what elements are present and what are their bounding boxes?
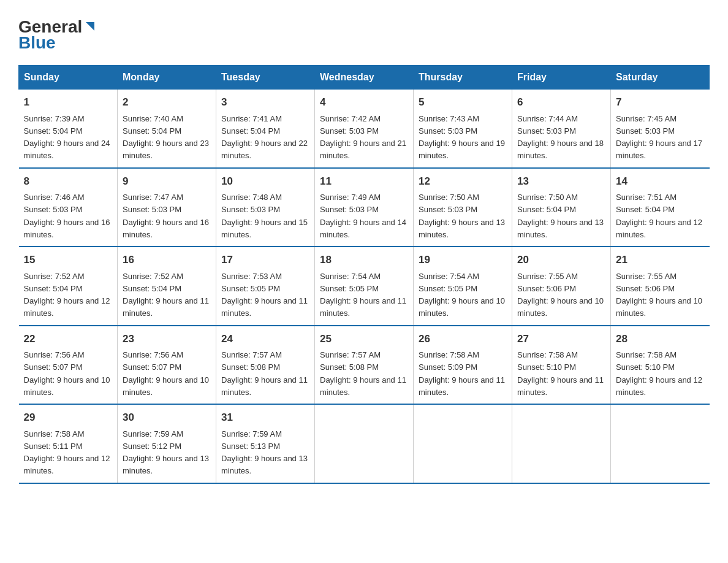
calendar-cell: 9 Sunrise: 7:47 AMSunset: 5:03 PMDayligh…: [118, 168, 216, 247]
day-info: Sunrise: 7:56 AMSunset: 5:07 PMDaylight:…: [24, 350, 110, 397]
day-number: 13: [517, 174, 605, 190]
calendar-cell: 23 Sunrise: 7:56 AMSunset: 5:07 PMDaylig…: [118, 326, 216, 405]
day-number: 29: [24, 410, 113, 426]
calendar-cell: 13 Sunrise: 7:50 AMSunset: 5:04 PMDaylig…: [512, 168, 611, 247]
day-number: 14: [616, 174, 705, 190]
day-info: Sunrise: 7:46 AMSunset: 5:03 PMDaylight:…: [24, 193, 110, 239]
calendar-cell: 10 Sunrise: 7:48 AMSunset: 5:03 PMDaylig…: [216, 168, 315, 247]
day-number: 12: [419, 174, 507, 190]
day-info: Sunrise: 7:47 AMSunset: 5:03 PMDaylight:…: [123, 193, 209, 239]
day-number: 17: [221, 252, 309, 268]
day-number: 30: [123, 410, 211, 426]
day-number: 10: [221, 174, 309, 190]
calendar-cell: [512, 404, 611, 483]
day-number: 15: [24, 252, 113, 268]
calendar-cell: 1 Sunrise: 7:39 AMSunset: 5:04 PMDayligh…: [19, 90, 118, 168]
day-number: 22: [24, 331, 113, 347]
calendar-cell: 15 Sunrise: 7:52 AMSunset: 5:04 PMDaylig…: [19, 247, 118, 326]
calendar-cell: 14 Sunrise: 7:51 AMSunset: 5:04 PMDaylig…: [611, 168, 710, 247]
day-number: 18: [320, 252, 408, 268]
day-number: 26: [419, 331, 507, 347]
day-info: Sunrise: 7:54 AMSunset: 5:05 PMDaylight:…: [320, 272, 406, 318]
calendar-header-row: SundayMondayTuesdayWednesdayThursdayFrid…: [19, 66, 710, 90]
calendar-cell: 19 Sunrise: 7:54 AMSunset: 5:05 PMDaylig…: [414, 247, 512, 326]
day-info: Sunrise: 7:57 AMSunset: 5:08 PMDaylight:…: [320, 350, 406, 397]
day-number: 24: [221, 331, 309, 347]
day-number: 11: [320, 174, 408, 190]
calendar-cell: 31 Sunrise: 7:59 AMSunset: 5:13 PMDaylig…: [216, 404, 315, 483]
calendar-cell: 28 Sunrise: 7:58 AMSunset: 5:10 PMDaylig…: [611, 326, 710, 405]
day-info: Sunrise: 7:41 AMSunset: 5:04 PMDaylight:…: [221, 114, 308, 161]
calendar-cell: 25 Sunrise: 7:57 AMSunset: 5:08 PMDaylig…: [315, 326, 414, 405]
day-number: 6: [517, 94, 605, 110]
day-number: 16: [123, 252, 211, 268]
day-number: 20: [517, 252, 605, 268]
calendar-week-row: 8 Sunrise: 7:46 AMSunset: 5:03 PMDayligh…: [19, 168, 710, 247]
day-number: 5: [419, 94, 507, 110]
day-info: Sunrise: 7:50 AMSunset: 5:04 PMDaylight:…: [517, 193, 604, 239]
day-number: 31: [221, 410, 309, 426]
day-info: Sunrise: 7:52 AMSunset: 5:04 PMDaylight:…: [24, 272, 110, 318]
day-number: 8: [24, 174, 113, 190]
day-info: Sunrise: 7:58 AMSunset: 5:10 PMDaylight:…: [616, 350, 702, 397]
logo: General Blue: [18, 18, 94, 53]
calendar-cell: 5 Sunrise: 7:43 AMSunset: 5:03 PMDayligh…: [414, 90, 512, 168]
calendar-cell: 27 Sunrise: 7:58 AMSunset: 5:10 PMDaylig…: [512, 326, 611, 405]
calendar-cell: 11 Sunrise: 7:49 AMSunset: 5:03 PMDaylig…: [315, 168, 414, 247]
calendar-cell: 6 Sunrise: 7:44 AMSunset: 5:03 PMDayligh…: [512, 90, 611, 168]
day-info: Sunrise: 7:40 AMSunset: 5:04 PMDaylight:…: [123, 114, 209, 161]
calendar-cell: 17 Sunrise: 7:53 AMSunset: 5:05 PMDaylig…: [216, 247, 315, 326]
calendar-cell: 2 Sunrise: 7:40 AMSunset: 5:04 PMDayligh…: [118, 90, 216, 168]
day-info: Sunrise: 7:57 AMSunset: 5:08 PMDaylight:…: [221, 350, 308, 397]
calendar-cell: [315, 404, 414, 483]
calendar-cell: 22 Sunrise: 7:56 AMSunset: 5:07 PMDaylig…: [19, 326, 118, 405]
calendar-table: SundayMondayTuesdayWednesdayThursdayFrid…: [18, 65, 710, 484]
logo-triangle-icon: [83, 21, 94, 32]
calendar-cell: 12 Sunrise: 7:50 AMSunset: 5:03 PMDaylig…: [414, 168, 512, 247]
day-info: Sunrise: 7:51 AMSunset: 5:04 PMDaylight:…: [616, 193, 702, 239]
day-info: Sunrise: 7:49 AMSunset: 5:03 PMDaylight:…: [320, 193, 406, 239]
calendar-header-thursday: Thursday: [414, 66, 512, 90]
day-info: Sunrise: 7:43 AMSunset: 5:03 PMDaylight:…: [419, 114, 505, 161]
day-info: Sunrise: 7:53 AMSunset: 5:05 PMDaylight:…: [221, 272, 308, 318]
calendar-cell: 3 Sunrise: 7:41 AMSunset: 5:04 PMDayligh…: [216, 90, 315, 168]
calendar-header-monday: Monday: [118, 66, 216, 90]
day-number: 1: [24, 94, 113, 110]
calendar-week-row: 1 Sunrise: 7:39 AMSunset: 5:04 PMDayligh…: [19, 90, 710, 168]
calendar-cell: 30 Sunrise: 7:59 AMSunset: 5:12 PMDaylig…: [118, 404, 216, 483]
day-info: Sunrise: 7:58 AMSunset: 5:10 PMDaylight:…: [517, 350, 604, 397]
day-info: Sunrise: 7:54 AMSunset: 5:05 PMDaylight:…: [419, 272, 505, 318]
calendar-cell: 20 Sunrise: 7:55 AMSunset: 5:06 PMDaylig…: [512, 247, 611, 326]
day-info: Sunrise: 7:45 AMSunset: 5:03 PMDaylight:…: [616, 114, 702, 161]
calendar-week-row: 15 Sunrise: 7:52 AMSunset: 5:04 PMDaylig…: [19, 247, 710, 326]
calendar-cell: 29 Sunrise: 7:58 AMSunset: 5:11 PMDaylig…: [19, 404, 118, 483]
calendar-cell: 26 Sunrise: 7:58 AMSunset: 5:09 PMDaylig…: [414, 326, 512, 405]
calendar-week-row: 22 Sunrise: 7:56 AMSunset: 5:07 PMDaylig…: [19, 326, 710, 405]
calendar-header-sunday: Sunday: [19, 66, 118, 90]
svg-marker-0: [86, 22, 94, 31]
day-number: 25: [320, 331, 408, 347]
day-info: Sunrise: 7:48 AMSunset: 5:03 PMDaylight:…: [221, 193, 308, 239]
day-info: Sunrise: 7:55 AMSunset: 5:06 PMDaylight:…: [616, 272, 702, 318]
day-info: Sunrise: 7:42 AMSunset: 5:03 PMDaylight:…: [320, 114, 406, 161]
calendar-cell: 7 Sunrise: 7:45 AMSunset: 5:03 PMDayligh…: [611, 90, 710, 168]
calendar-header-saturday: Saturday: [611, 66, 710, 90]
calendar-cell: 24 Sunrise: 7:57 AMSunset: 5:08 PMDaylig…: [216, 326, 315, 405]
logo-blue-text: Blue: [18, 33, 56, 53]
calendar-week-row: 29 Sunrise: 7:58 AMSunset: 5:11 PMDaylig…: [19, 404, 710, 483]
calendar-cell: [414, 404, 512, 483]
day-info: Sunrise: 7:52 AMSunset: 5:04 PMDaylight:…: [123, 272, 209, 318]
day-number: 4: [320, 94, 408, 110]
day-number: 7: [616, 94, 705, 110]
day-info: Sunrise: 7:59 AMSunset: 5:12 PMDaylight:…: [123, 429, 209, 476]
day-info: Sunrise: 7:59 AMSunset: 5:13 PMDaylight:…: [221, 429, 308, 476]
day-number: 2: [123, 94, 211, 110]
calendar-cell: 4 Sunrise: 7:42 AMSunset: 5:03 PMDayligh…: [315, 90, 414, 168]
day-info: Sunrise: 7:50 AMSunset: 5:03 PMDaylight:…: [419, 193, 505, 239]
day-number: 21: [616, 252, 705, 268]
day-info: Sunrise: 7:39 AMSunset: 5:04 PMDaylight:…: [24, 114, 110, 161]
day-number: 19: [419, 252, 507, 268]
day-info: Sunrise: 7:44 AMSunset: 5:03 PMDaylight:…: [517, 114, 604, 161]
day-number: 28: [616, 331, 705, 347]
calendar-cell: [611, 404, 710, 483]
